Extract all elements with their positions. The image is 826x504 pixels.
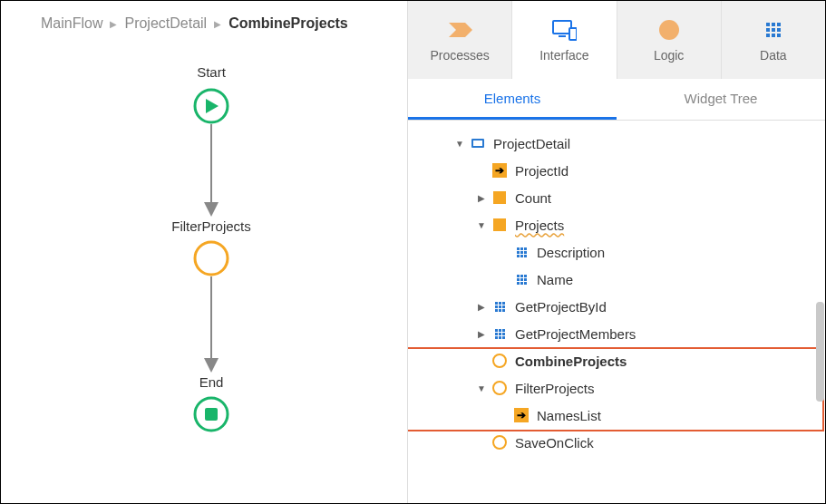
flow-canvas-panel: MainFlow ▶ ProjectDetail ▶ CombineProjec… — [1, 1, 407, 503]
sub-tab-widget-tree[interactable]: Widget Tree — [617, 79, 825, 120]
start-node-icon[interactable] — [195, 90, 228, 122]
tree-item-label: FilterProjects — [515, 381, 816, 396]
chevron-right-icon: ▶ — [214, 19, 221, 29]
variable-icon — [490, 218, 510, 231]
data-icon — [761, 17, 786, 43]
tree-item-projects[interactable]: ▼ Projects — [408, 211, 825, 238]
tree-item-label: GetProjectMembers — [515, 326, 816, 342]
tab-label: Processes — [430, 48, 489, 63]
tab-label: Logic — [654, 48, 684, 63]
input-param-icon: ➔ — [511, 408, 531, 422]
tree-item-label: Projects — [515, 218, 816, 233]
logic-icon — [656, 17, 682, 43]
input-param-icon: ➔ — [490, 163, 510, 178]
action-icon — [490, 354, 510, 368]
breadcrumb-item[interactable]: MainFlow — [41, 15, 102, 32]
top-tab-bar: Processes Interface Logic — [408, 1, 825, 79]
tree-item-projectid[interactable]: ➔ ProjectId — [408, 157, 825, 184]
tree-toggle-icon[interactable]: ▼ — [473, 220, 490, 230]
chevron-right-icon: ▶ — [110, 19, 117, 29]
breadcrumb-item[interactable]: CombineProjects — [228, 15, 348, 32]
scrollbar-thumb[interactable] — [816, 302, 824, 402]
processes-icon — [447, 17, 472, 43]
attribute-icon — [511, 275, 531, 285]
action-icon — [490, 435, 510, 450]
tab-processes[interactable]: Processes — [408, 1, 512, 79]
svg-rect-7 — [205, 408, 218, 421]
interface-icon — [551, 17, 577, 43]
tree-item-getprojectbyid[interactable]: ▶ GetProjectById — [408, 293, 825, 320]
tree-item-name[interactable]: Name — [408, 266, 825, 293]
svg-point-4 — [195, 242, 228, 275]
variable-icon — [490, 191, 510, 204]
end-node-icon[interactable] — [195, 398, 228, 431]
tree-item-saveonclick[interactable]: SaveOnClick — [408, 429, 825, 456]
breadcrumb: MainFlow ▶ ProjectDetail ▶ CombineProjec… — [1, 1, 407, 43]
sub-tab-elements[interactable]: Elements — [408, 79, 617, 120]
flow-diagram — [1, 43, 407, 503]
aggregate-icon — [490, 302, 510, 312]
app-window: MainFlow ▶ ProjectDetail ▶ CombineProjec… — [0, 0, 826, 504]
tree-toggle-icon[interactable]: ▼ — [452, 139, 468, 149]
tree-item-combineprojects[interactable]: CombineProjects — [408, 347, 825, 374]
tree-item-label: Count — [515, 190, 816, 206]
sub-tab-label: Widget Tree — [685, 91, 758, 106]
svg-marker-8 — [449, 23, 472, 37]
tree-item-description[interactable]: Description — [408, 238, 825, 266]
tree-item-filterprojects[interactable]: ▼ FilterProjects — [408, 374, 825, 402]
tab-interface[interactable]: Interface — [512, 1, 617, 79]
side-panel: Processes Interface Logic — [407, 1, 825, 503]
svg-rect-11 — [569, 28, 577, 40]
tab-logic[interactable]: Logic — [617, 1, 722, 79]
aggregate-icon — [490, 329, 510, 339]
tree-item-count[interactable]: ▶ Count — [408, 184, 825, 211]
breadcrumb-item[interactable]: ProjectDetail — [124, 15, 207, 32]
tree-toggle-icon[interactable]: ▶ — [473, 329, 490, 339]
tree-item-nameslist[interactable]: ➔ NamesList — [408, 402, 825, 429]
action-node-icon[interactable] — [195, 242, 228, 275]
tree-item-label: Description — [537, 245, 816, 260]
attribute-icon — [511, 247, 531, 257]
tree-toggle-icon[interactable]: ▶ — [473, 193, 490, 203]
tab-data[interactable]: Data — [722, 1, 825, 79]
tree-item-label: NamesList — [537, 408, 816, 423]
tree-item-label: Name — [537, 272, 816, 287]
tree-item-label: CombineProjects — [515, 354, 816, 369]
tree-item-label: GetProjectById — [515, 299, 816, 315]
sub-tab-label: Elements — [484, 91, 541, 106]
elements-tree[interactable]: ▼ ProjectDetail ➔ ProjectId ▶ Count — [408, 121, 825, 503]
tree-item-label: SaveOnClick — [515, 435, 816, 451]
flow-canvas[interactable]: Start FilterProjects End — [1, 43, 407, 503]
tab-label: Interface — [539, 48, 588, 63]
tree-item-label: ProjectDetail — [493, 136, 816, 151]
tree-item-label: ProjectId — [515, 163, 816, 179]
tree-toggle-icon[interactable]: ▶ — [473, 302, 490, 312]
screen-icon — [468, 139, 488, 148]
action-icon — [490, 381, 510, 395]
tree-toggle-icon[interactable]: ▼ — [473, 383, 490, 393]
sub-tab-bar: Elements Widget Tree — [408, 79, 825, 121]
tab-label: Data — [760, 48, 787, 63]
tree-item-projectdetail[interactable]: ▼ ProjectDetail — [408, 130, 825, 157]
tree-item-getprojectmembers[interactable]: ▶ GetProjectMembers — [408, 320, 825, 347]
